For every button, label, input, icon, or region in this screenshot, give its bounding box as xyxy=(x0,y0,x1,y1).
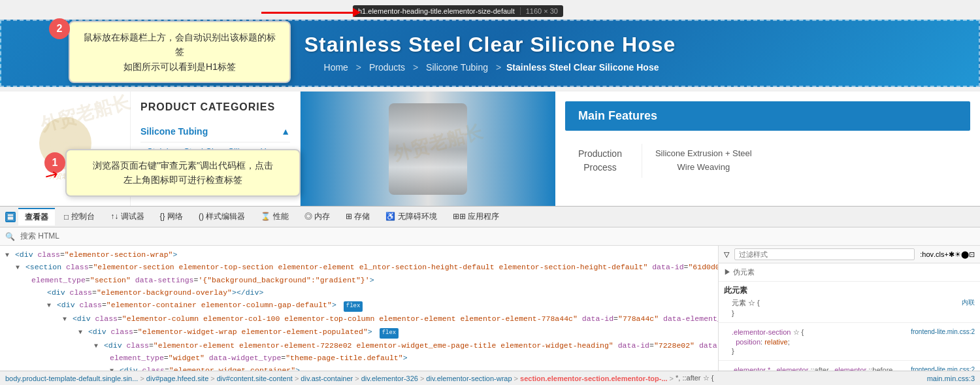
section-close-brace: } xyxy=(724,347,975,355)
tab-network-label: {} 网络 xyxy=(160,211,183,222)
html-line-9: element_type="widget" data-widget_type="… xyxy=(0,352,718,364)
filter-icon: ▽ xyxy=(724,250,729,259)
devtools-styles-panel: ▽ :hov .cls + ✱ ☀ ⬤ ⊡ ▶ 伪元素 此元素 元素 ☆ { 内… xyxy=(719,246,980,371)
tab-storage[interactable]: ⊞ 存储 xyxy=(339,209,376,225)
this-element-section: 此元素 元素 ☆ { 内联 } xyxy=(719,282,980,323)
html-line-4: <div class="elementor-background-overlay… xyxy=(0,286,718,299)
tab-perf-label: ⌛ 性能 xyxy=(261,211,288,222)
bc-item-page[interactable]: div#page.hfeed.site xyxy=(146,375,208,382)
html-line-1: ▼ <div class="elementor-section-wrap"> xyxy=(0,248,718,261)
svg-text:外贸: 外贸 xyxy=(59,141,72,148)
categories-title: PRODUCT CATEGORIES xyxy=(140,101,290,113)
hose-visual xyxy=(389,103,467,195)
breadcrumb-products[interactable]: Products xyxy=(369,62,405,73)
balloon-tooltip-1: 鼠标放在标题栏上方，会自动识别出该标题的标签如图所示可以看到是H1标签 xyxy=(69,21,291,83)
close-icon[interactable]: ⊡ xyxy=(969,250,975,259)
color-icon[interactable]: ⬤ xyxy=(961,250,969,259)
search-placeholder: 搜索 HTML xyxy=(20,231,59,242)
tab-styles-label: () 样式编辑器 xyxy=(199,211,245,222)
settings-icon[interactable]: ✱ xyxy=(949,250,955,259)
inspector-dimensions: 1160 × 30 xyxy=(520,7,558,15)
rule-source: 内联 xyxy=(962,298,975,307)
features-panel: Main Features ProductionProcess Silicone… xyxy=(555,92,980,206)
balloon-2-text: 浏览器页面右键"审查元素"调出代码框，点击左上角图标即可进行检查标签 xyxy=(93,160,273,185)
this-element-header: 此元素 xyxy=(724,286,975,295)
html-line-6: ▼ <div class="elementor-column elementor… xyxy=(0,312,718,326)
balloon-number-2: 2 xyxy=(49,18,70,39)
devtools-inspector-icon[interactable] xyxy=(5,212,16,222)
position-rule: position: relative; xyxy=(724,338,975,346)
devtools-toolbar: 查看器 □ 控制台 ↑↓ 调试器 {} 网络 () 样式编辑器 ⌛ 性能 ◎ 内… xyxy=(0,207,980,227)
elementor-section-rule: .elementor-section ☆ { frontend-lite.min… xyxy=(719,323,980,361)
bc-item-elementor326[interactable]: div.elementor-326 xyxy=(361,375,418,382)
html-line-7: ▼ <div class="elementor-widget-wrap elem… xyxy=(0,326,718,339)
devtools-search-bar: 🔍 搜索 HTML xyxy=(0,227,980,246)
tab-viewer-label: 查看器 xyxy=(25,212,48,223)
bc-item-content[interactable]: div#content.site-content xyxy=(217,375,293,382)
hov-button[interactable]: :hov xyxy=(920,250,934,258)
bc-item-section-active[interactable]: section.elementor-section.elementor-top-… xyxy=(520,375,668,382)
rule-close-brace: } xyxy=(724,309,975,317)
features-header: Main Features xyxy=(565,101,970,131)
tab-performance[interactable]: ⌛ 性能 xyxy=(254,209,295,225)
tab-network[interactable]: {} 网络 xyxy=(154,209,189,225)
tab-memory[interactable]: ◎ 内存 xyxy=(298,209,336,225)
breadcrumb-sep1: > xyxy=(356,62,361,73)
tab-accessibility[interactable]: ♿ 无障碍环境 xyxy=(379,209,443,225)
tab-debugger[interactable]: ↑↓ 调试器 xyxy=(104,209,150,225)
cls-button[interactable]: .cls xyxy=(934,250,945,258)
bc-item-ast[interactable]: div.ast-container xyxy=(301,375,353,382)
html-line-10: ▼ <div class="elementor-widget-container… xyxy=(0,364,718,371)
pseudo-elements-section: ▶ 伪元素 xyxy=(719,263,980,282)
features-content: ProductionProcess Silicone Extrusion + S… xyxy=(555,137,980,184)
devtools-panel: 查看器 □ 控制台 ↑↓ 调试器 {} 网络 () 样式编辑器 ⌛ 性能 ◎ 内… xyxy=(0,206,980,385)
devtools-html-panel: ▼ <div class="elementor-section-wrap"> ▼… xyxy=(0,246,719,371)
breadcrumb-home[interactable]: Home xyxy=(324,62,348,73)
html-line-2: ▼ <section class="elementor-section elem… xyxy=(0,261,718,273)
elementor-selector: .elementor-section ☆ { frontend-lite.min… xyxy=(724,328,975,337)
balloon-tooltip-2: 浏览器页面右键"审查元素"调出代码框，点击左上角图标即可进行检查标签 xyxy=(65,149,301,197)
styles-filter-input[interactable] xyxy=(734,248,915,260)
chevron-up-icon: ▲ xyxy=(281,126,290,137)
html-line-5: ▼ <div class="elementor-container elemen… xyxy=(0,299,718,312)
tab-app-label: ⊞⊞ 应用程序 xyxy=(453,211,499,222)
devtools-main: ▼ <div class="elementor-section-wrap"> ▼… xyxy=(0,246,980,371)
breadcrumb-silicone[interactable]: Silicone Tubing xyxy=(426,62,488,73)
breadcrumb-sep3: > xyxy=(496,62,501,73)
inspector-tag: h1.elementor-heading-title.elementor-siz… xyxy=(358,7,515,15)
tab-debugger-label: ↑↓ 调试器 xyxy=(110,211,144,222)
tab-storage-label: ⊞ 存储 xyxy=(346,211,370,222)
svg-rect-2 xyxy=(7,214,14,220)
rule-selector: 元素 ☆ { xyxy=(732,299,760,307)
production-process-value: Silicone Extrusion + SteelWire Weaving xyxy=(642,144,765,178)
theme-icon[interactable]: ☀ xyxy=(955,250,961,259)
inspector-tooltip: h1.elementor-heading-title.elementor-siz… xyxy=(353,5,563,17)
search-icon: 🔍 xyxy=(5,232,15,241)
tab-console-label: 控制台 xyxy=(71,211,95,222)
product-image-inner xyxy=(301,92,555,206)
tab-console-icon[interactable]: □ 控制台 xyxy=(57,209,101,225)
tab-styles[interactable]: () 样式编辑器 xyxy=(192,209,252,225)
breadcrumb-active: Stainless Steel Clear Silicone Hose xyxy=(506,62,659,73)
tab-application[interactable]: ⊞⊞ 应用程序 xyxy=(446,209,506,225)
category-silicone-tubing[interactable]: Silicone Tubing ▲ xyxy=(140,121,290,142)
styles-toolbar: ▽ :hov .cls + ✱ ☀ ⬤ ⊡ xyxy=(719,246,980,263)
production-process-label: ProductionProcess xyxy=(565,144,635,178)
console-icon: □ xyxy=(64,212,69,222)
tab-viewer[interactable]: 查看器 xyxy=(18,208,55,226)
bc-source-right: main.min.css:3 xyxy=(927,375,975,382)
element-rule: 元素 ☆ { 内联 xyxy=(724,298,975,308)
devtools-breadcrumb: body.product-template-default.single.sin… xyxy=(0,371,980,385)
pseudo-elements-toggle[interactable]: ▶ 伪元素 xyxy=(724,267,975,277)
bc-trailing: *, ::after ☆ { xyxy=(676,374,713,382)
tab-mem-label: ◎ 内存 xyxy=(304,211,330,222)
breadcrumb-sep2: > xyxy=(413,62,418,73)
balloon-1-text: 鼠标放在标题栏上方，会自动识别出该标题的标签如图所示可以看到是H1标签 xyxy=(84,32,276,72)
tab-a11y-label: ♿ 无障碍环境 xyxy=(385,211,436,222)
bc-item-body[interactable]: body.product-template-default.single.sin… xyxy=(5,375,138,382)
html-line-3: element_type="section" data-settings='{"… xyxy=(0,274,718,286)
universal-selector: .elementor *, .elementor ::after, .eleme… xyxy=(724,366,975,371)
elementor-universal-rule: .elementor *, .elementor ::after, .eleme… xyxy=(719,361,980,371)
bc-item-section-wrap[interactable]: div.elementor-section-wrap xyxy=(426,375,512,382)
red-arrow-top xyxy=(261,8,361,17)
